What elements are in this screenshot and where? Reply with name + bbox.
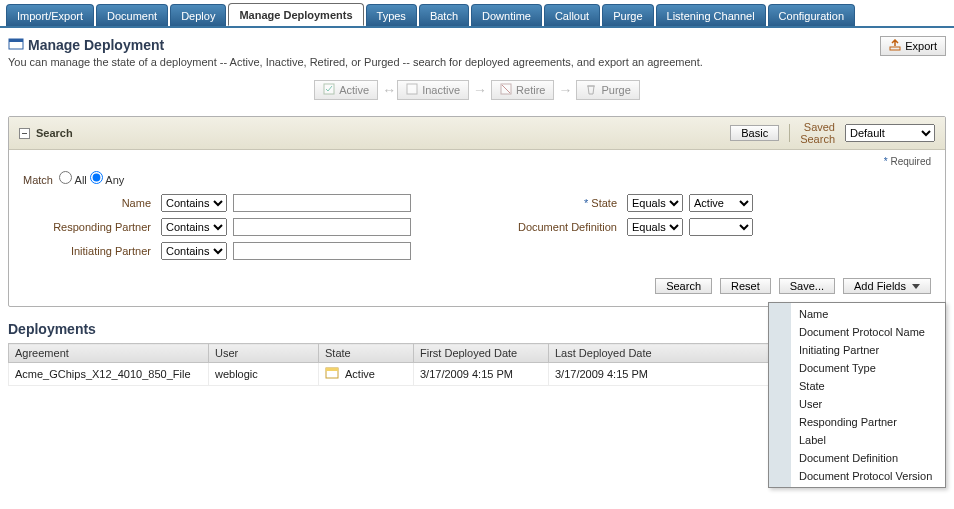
tab-listening-channel[interactable]: Listening Channel [656,4,766,26]
cell-agreement: Acme_GChips_X12_4010_850_File [9,363,209,386]
menu-item[interactable]: Document Protocol Name [769,323,945,341]
retire-button[interactable]: Retire [491,80,554,100]
inactive-icon [406,83,418,97]
inactive-button[interactable]: Inactive [397,80,469,100]
retire-icon [500,83,512,97]
tab-document[interactable]: Document [96,4,168,26]
initiating-input[interactable] [233,242,411,260]
required-note: * Required [9,150,945,167]
saved-search-select[interactable]: Default [845,124,935,142]
export-icon [889,39,901,53]
page-title: Manage Deployment [28,37,164,53]
match-any-radio[interactable]: Any [90,174,124,186]
svg-rect-4 [407,84,417,94]
save-button[interactable]: Save... [779,278,835,294]
svg-rect-2 [890,47,900,50]
menu-item[interactable]: Label [769,431,945,449]
match-label: Match [23,174,53,186]
tab-purge[interactable]: Purge [602,4,653,26]
retire-label: Retire [516,84,545,96]
state-value-select[interactable]: Active [689,194,753,212]
purge-button[interactable]: Purge [576,80,639,100]
tab-types[interactable]: Types [366,4,417,26]
add-fields-menu: Name Document Protocol Name Initiating P… [768,302,946,488]
menu-item[interactable]: Document Protocol Version [769,467,945,485]
top-tab-bar: Import/Export Document Deploy Manage Dep… [0,0,954,28]
add-fields-button[interactable]: Add Fields [843,278,931,294]
active-button[interactable]: Active [314,80,378,100]
cell-state-text: Active [345,368,375,380]
state-op-select[interactable]: Equals [627,194,683,212]
arrow-right-icon: → [473,82,487,98]
col-user[interactable]: User [209,344,319,363]
initiating-label: Initiating Partner [23,245,155,257]
add-fields-label: Add Fields [854,280,906,292]
tab-deploy[interactable]: Deploy [170,4,226,26]
responding-op-select[interactable]: Contains [161,218,227,236]
active-icon [323,83,335,97]
menu-item[interactable]: User [769,395,945,413]
arrow-bi-icon: ↔ [382,82,393,98]
tab-callout[interactable]: Callout [544,4,600,26]
search-panel: Search Basic SavedSearch Default * Requi… [8,116,946,307]
name-op-select[interactable]: Contains [161,194,227,212]
caret-down-icon [912,284,920,289]
inactive-label: Inactive [422,84,460,96]
menu-item[interactable]: Responding Partner [769,413,945,431]
menu-item[interactable]: Name [769,305,945,323]
basic-button[interactable]: Basic [730,125,779,141]
cell-user: weblogic [209,363,319,386]
menu-item[interactable]: Initiating Partner [769,341,945,359]
tab-downtime[interactable]: Downtime [471,4,542,26]
cell-state: Active [319,363,414,386]
tab-batch[interactable]: Batch [419,4,469,26]
svg-rect-1 [9,39,23,42]
state-label: * State [477,197,621,209]
active-label: Active [339,84,369,96]
initiating-op-select[interactable]: Contains [161,242,227,260]
name-label: Name [23,197,155,209]
tab-manage-deployments[interactable]: Manage Deployments [228,3,363,26]
manage-deployment-icon [8,36,24,54]
search-panel-title: Search [36,127,73,139]
cell-first-date: 3/17/2009 4:15 PM [414,363,549,386]
collapse-icon[interactable] [19,128,30,139]
state-active-icon [325,366,339,382]
col-agreement[interactable]: Agreement [9,344,209,363]
search-button[interactable]: Search [655,278,712,294]
name-input[interactable] [233,194,411,212]
col-state[interactable]: State [319,344,414,363]
tab-configuration[interactable]: Configuration [768,4,855,26]
menu-item[interactable]: Document Definition [769,449,945,467]
col-first-date[interactable]: First Deployed Date [414,344,549,363]
purge-label: Purge [601,84,630,96]
docdef-op-select[interactable]: Equals [627,218,683,236]
saved-search-label: SavedSearch [800,121,835,145]
arrow-right-icon: → [558,82,572,98]
docdef-label: Document Definition [477,221,621,233]
export-label: Export [905,40,937,52]
menu-item[interactable]: State [769,377,945,395]
match-row: Match All Any [9,167,945,194]
lifecycle-toolbar: Active ↔ Inactive → Retire → Purge [8,68,946,116]
purge-icon [585,83,597,97]
menu-item[interactable]: Document Type [769,359,945,377]
export-button[interactable]: Export [880,36,946,56]
match-all-radio[interactable]: All [59,174,87,186]
svg-rect-9 [326,368,338,371]
tab-import-export[interactable]: Import/Export [6,4,94,26]
responding-label: Responding Partner [23,221,155,233]
reset-button[interactable]: Reset [720,278,771,294]
docdef-value-select[interactable] [689,218,753,236]
page-subtitle: You can manage the state of a deployment… [8,56,880,68]
responding-input[interactable] [233,218,411,236]
